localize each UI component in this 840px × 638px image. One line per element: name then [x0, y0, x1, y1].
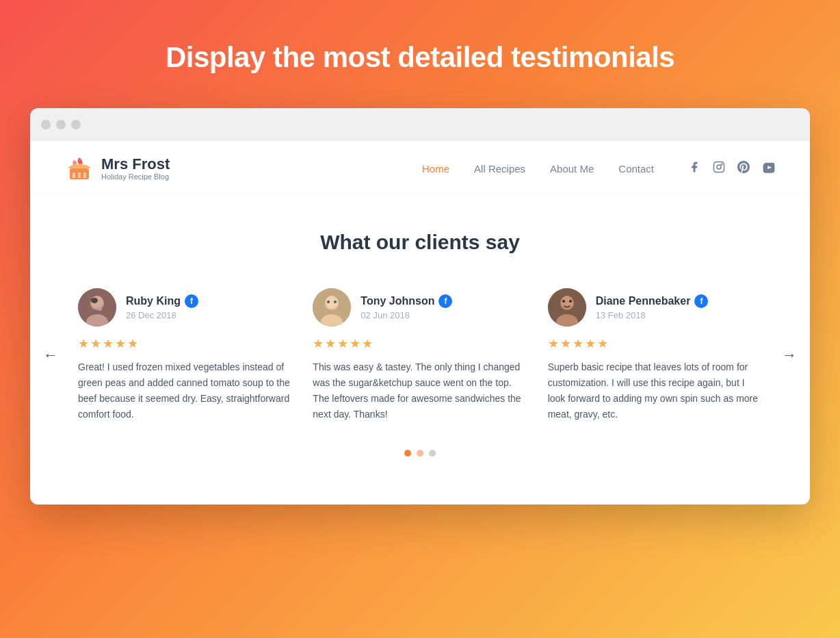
facebook-icon[interactable]: [688, 161, 700, 177]
star: ★: [573, 336, 583, 351]
fb-badge-1: f: [185, 294, 198, 308]
star: ★: [350, 336, 360, 351]
star: ★: [560, 336, 571, 351]
reviewer-date-1: 26 Dec 2018: [126, 310, 198, 320]
star: ★: [78, 336, 89, 351]
nav-link-recipes[interactable]: All Recipes: [474, 163, 525, 175]
star: ★: [313, 336, 324, 351]
browser-dot-green: [71, 120, 81, 129]
browser-content: Mrs Frost Holiday Recipe Blog Home All R…: [30, 141, 810, 505]
star: ★: [597, 336, 608, 351]
hero-title: Display the most detailed testimonials: [166, 41, 674, 74]
fb-badge-3: f: [694, 294, 708, 308]
nav-links: Home All Recipes About Me Contact: [422, 163, 654, 175]
star: ★: [90, 336, 101, 351]
reviewer-info-1: Ruby King f 26 Dec 2018: [126, 294, 198, 320]
left-arrow-icon: ←: [43, 346, 58, 364]
svg-point-11: [91, 298, 98, 303]
brand-text: Mrs Frost Holiday Recipe Blog: [101, 156, 170, 181]
svg-rect-1: [73, 173, 75, 178]
svg-point-18: [334, 301, 337, 303]
stars-1: ★ ★ ★ ★ ★: [78, 336, 292, 351]
instagram-icon[interactable]: [713, 161, 725, 177]
review-text-3: Superb basic recipe that leaves lots of …: [548, 359, 762, 422]
star: ★: [337, 336, 348, 351]
testimonials-wrapper: ←: [30, 281, 810, 429]
star: ★: [127, 336, 138, 351]
brand: Mrs Frost Holiday Recipe Blog: [64, 153, 170, 183]
svg-point-23: [562, 300, 565, 303]
reviewer-info-2: Tony Johnson f 02 Jun 2018: [360, 294, 452, 320]
browser-bar: [30, 108, 810, 141]
svg-point-12: [98, 307, 102, 311]
svg-point-24: [569, 300, 572, 303]
reviewer-header-1: Ruby King f 26 Dec 2018: [78, 288, 292, 327]
reviewer-date-2: 02 Jun 2018: [360, 310, 452, 320]
avatar-ruby: [78, 288, 116, 327]
brand-subtitle: Holiday Recipe Blog: [101, 173, 170, 181]
svg-point-17: [327, 301, 330, 303]
right-arrow-icon: →: [782, 346, 797, 364]
reviewer-header-3: Diane Pennebaker f 13 Feb 2018: [548, 288, 762, 327]
svg-rect-2: [78, 173, 81, 178]
reviewer-date-3: 13 Feb 2018: [596, 310, 709, 320]
navbar: Mrs Frost Holiday Recipe Blog Home All R…: [30, 141, 810, 196]
social-icons: [688, 161, 776, 177]
pagination-dot-1[interactable]: [404, 450, 411, 457]
reviewer-name-row-3: Diane Pennebaker f: [596, 294, 709, 308]
stars-2: ★ ★ ★ ★ ★: [313, 336, 527, 351]
pagination: [30, 429, 810, 484]
brand-icon: [64, 153, 94, 183]
svg-rect-3: [83, 173, 86, 178]
pagination-dot-2[interactable]: [417, 450, 423, 457]
star: ★: [103, 336, 114, 351]
brand-name: Mrs Frost: [101, 156, 170, 173]
testimonial-card-3: Diane Pennebaker f 13 Feb 2018 ★ ★ ★ ★: [548, 281, 762, 429]
reviewer-name-row-2: Tony Johnson f: [360, 294, 452, 308]
pinterest-icon[interactable]: [737, 161, 750, 177]
reviewer-name-3: Diane Pennebaker: [596, 295, 691, 307]
browser-dot-yellow: [56, 120, 66, 129]
reviewer-name-1: Ruby King: [126, 295, 181, 307]
browser-window: Mrs Frost Holiday Recipe Blog Home All R…: [30, 108, 810, 505]
section-title: What our clients say: [30, 231, 810, 254]
avatar-tony: [313, 288, 351, 327]
reviewer-name-row-1: Ruby King f: [126, 294, 198, 308]
reviewer-header-2: Tony Johnson f 02 Jun 2018: [313, 288, 527, 327]
svg-point-5: [717, 165, 721, 169]
main-section: What our clients say ←: [30, 196, 810, 505]
svg-rect-4: [714, 162, 724, 172]
fb-badge-2: f: [438, 294, 452, 308]
star: ★: [585, 336, 596, 351]
browser-dot-red: [41, 120, 51, 129]
testimonial-card-1: Ruby King f 26 Dec 2018 ★ ★ ★ ★ ★: [78, 281, 292, 429]
avatar-diane: [548, 288, 586, 327]
nav-link-contact[interactable]: Contact: [618, 163, 654, 175]
star: ★: [362, 336, 373, 351]
reviewer-info-3: Diane Pennebaker f 13 Feb 2018: [596, 294, 709, 320]
next-arrow[interactable]: →: [777, 343, 802, 368]
star: ★: [325, 336, 336, 351]
stars-3: ★ ★ ★ ★ ★: [548, 336, 762, 351]
star: ★: [115, 336, 126, 351]
star: ★: [548, 336, 559, 351]
testimonials-grid: Ruby King f 26 Dec 2018 ★ ★ ★ ★ ★: [30, 281, 810, 429]
prev-arrow[interactable]: ←: [38, 343, 63, 368]
svg-point-6: [721, 164, 722, 165]
review-text-2: This was easy & tastey. The only thing I…: [313, 359, 527, 422]
review-text-1: Great! I used frozen mixed vegetables in…: [78, 359, 292, 422]
reviewer-name-2: Tony Johnson: [360, 295, 434, 307]
nav-link-home[interactable]: Home: [422, 163, 449, 175]
testimonial-card-2: Tony Johnson f 02 Jun 2018 ★ ★ ★ ★ ★: [313, 281, 527, 429]
pagination-dot-3[interactable]: [429, 450, 436, 457]
nav-link-about[interactable]: About Me: [550, 163, 594, 175]
youtube-icon[interactable]: [762, 161, 776, 177]
